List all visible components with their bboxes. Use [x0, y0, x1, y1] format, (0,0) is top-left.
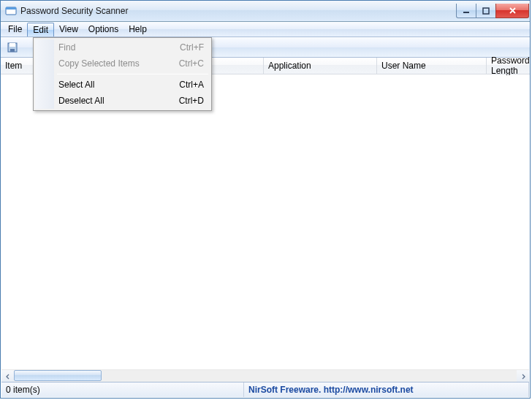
menu-item-label: Find: [58, 42, 75, 53]
scroll-track[interactable]: [14, 370, 517, 382]
scroll-left-arrow[interactable]: [1, 370, 14, 382]
svg-rect-6: [10, 49, 15, 52]
svg-rect-5: [10, 43, 15, 47]
svg-rect-3: [483, 8, 489, 14]
column-password-length[interactable]: Password Length: [487, 58, 530, 74]
edit-dropdown: Find Ctrl+F Copy Selected Items Ctrl+C S…: [33, 37, 212, 111]
menu-item-shortcut: Ctrl+C: [179, 58, 204, 69]
menu-item-select-all[interactable]: Select All Ctrl+A: [35, 77, 210, 93]
menu-item-copy[interactable]: Copy Selected Items Ctrl+C: [35, 55, 210, 72]
column-user-name[interactable]: User Name: [377, 58, 487, 74]
menu-view[interactable]: View: [54, 22, 83, 36]
column-application[interactable]: Application: [264, 58, 377, 74]
menu-item-label: Select All: [58, 80, 94, 90]
window-title: Password Security Scanner: [20, 6, 457, 16]
svg-rect-1: [6, 7, 16, 9]
svg-rect-2: [463, 12, 469, 13]
scroll-thumb[interactable]: [14, 370, 102, 381]
menubar: File Edit View Options Help: [1, 22, 530, 37]
maximize-button[interactable]: [476, 4, 496, 18]
status-credit: NirSoft Freeware. http://www.nirsoft.net: [244, 382, 529, 397]
menu-item-shortcut: Ctrl+F: [180, 42, 204, 53]
list-view[interactable]: [1, 75, 529, 369]
close-button[interactable]: [495, 4, 529, 18]
menu-item-shortcut: Ctrl+A: [179, 80, 204, 90]
menu-file[interactable]: File: [3, 22, 27, 36]
menu-item-find[interactable]: Find Ctrl+F: [35, 39, 210, 55]
menu-item-label: Deselect All: [58, 96, 104, 106]
scroll-right-arrow[interactable]: [517, 370, 529, 382]
menu-help[interactable]: Help: [123, 22, 152, 36]
statusbar: 0 item(s) NirSoft Freeware. http://www.n…: [1, 382, 529, 397]
menu-item-deselect-all[interactable]: Deselect All Ctrl+D: [35, 93, 210, 109]
status-item-count: 0 item(s): [1, 382, 244, 397]
save-button[interactable]: [4, 39, 21, 55]
application-window: Password Security Scanner File Edit View…: [0, 0, 531, 399]
window-controls: [457, 4, 529, 18]
menu-edit[interactable]: Edit: [27, 23, 54, 36]
minimize-button[interactable]: [456, 4, 476, 18]
menu-item-shortcut: Ctrl+D: [179, 96, 204, 106]
titlebar[interactable]: Password Security Scanner: [1, 1, 530, 22]
horizontal-scrollbar[interactable]: [1, 369, 529, 382]
menu-item-label: Copy Selected Items: [58, 58, 140, 69]
app-icon: [5, 5, 17, 17]
menu-separator: [57, 74, 208, 74]
menu-options[interactable]: Options: [83, 22, 123, 36]
